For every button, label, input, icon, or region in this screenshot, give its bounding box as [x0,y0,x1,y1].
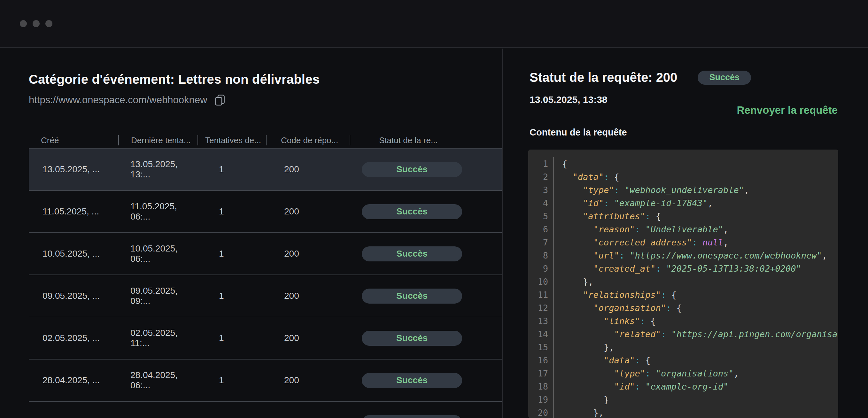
code-line: 6 "reason": "Undeliverable", [528,223,838,236]
window-menu-dot-2[interactable] [33,20,40,27]
table-row[interactable]: 02.05.2025, ...02.05.2025, 11:...1200Suc… [29,317,502,359]
cell-created: 10.05.2025, ... [29,249,118,259]
code-line-text: { [554,157,567,170]
code-line-text: "data": { [554,354,650,367]
webhook-url: https://www.onespace.com/webhooknew [29,94,207,106]
webhook-url-row: https://www.onespace.com/webhooknew [29,92,226,108]
request-payload-code[interactable]: 1{2 "data": {3 "type": "webhook_undelive… [528,150,838,418]
code-line: 9 "created_at": "2025-05-13T13:38:02+020… [528,262,838,275]
page-title: Catégorie d'événement: Lettres non déliv… [29,72,319,87]
row-status-badge: Succès [362,415,462,418]
request-status-title: Statut de la requête: 200 [530,70,677,85]
line-number: 18 [528,380,554,393]
copy-icon[interactable] [214,94,226,108]
line-number: 10 [528,275,554,288]
line-number: 13 [528,315,554,327]
panel-divider [502,49,503,418]
table-row[interactable]: 28.04.2025, ...28.04.2025, 06:...1200Suc… [29,359,502,402]
code-line-text: "id": "example-id-17843", [554,196,713,210]
code-line: 16 "data": { [528,354,838,367]
cell-created: 09.05.2025, ... [29,291,118,301]
code-line: 2 "data": { [528,170,838,184]
cell-status: Succès [350,373,502,388]
window-menu-dot-3[interactable] [45,20,53,27]
line-number: 9 [528,262,554,275]
row-status-badge: Succès [362,289,462,303]
code-line: 4 "id": "example-id-17843", [528,196,838,210]
line-number: 15 [528,341,554,354]
cell-last-attempt: 10.05.2025, 06:... [118,244,197,264]
cell-attempts: 1 [197,206,266,217]
line-number: 7 [528,236,554,249]
cell-response-code: 200 [266,291,350,301]
cell-response-code: 200 [266,206,350,217]
row-status-badge: Succès [362,247,462,261]
code-line: 3 "type": "webhook_undeliverable", [528,184,838,196]
row-status-badge: Succès [362,162,462,177]
cell-attempts: 1 [197,164,266,174]
line-number: 4 [528,196,554,210]
table-row[interactable]: 13.05.2025, ...13.05.2025, 13:...1200Suc… [29,149,502,191]
events-table-body: 13.05.2025, ...13.05.2025, 13:...1200Suc… [29,149,502,418]
code-line: 20 }, [528,406,838,418]
resend-request-link[interactable]: Renvoyer la requête [737,104,838,116]
table-row[interactable]: Succès [29,402,502,418]
events-table: Créé Dernière tenta... Tentatives de... … [29,133,502,418]
code-line-text: "reason": "Undeliverable", [554,223,728,236]
line-number: 14 [528,327,554,341]
window-titlebar [0,0,868,48]
cell-created: 02.05.2025, ... [29,333,118,343]
column-header-last-attempt[interactable]: Dernière tenta... [118,135,197,146]
code-line-text: }, [554,406,604,418]
code-line-text: "type": "organisations", [554,367,739,380]
cell-created: 28.04.2025, ... [29,375,118,385]
cell-last-attempt: 28.04.2025, 06:... [118,370,197,390]
cell-attempts: 1 [197,375,266,385]
cell-attempts: 1 [197,249,266,259]
line-number: 11 [528,288,554,301]
code-line-text: "created_at": "2025-05-13T13:38:02+0200" [554,262,801,275]
cell-status: Succès [350,331,502,346]
cell-attempts: 1 [197,291,266,301]
cell-response-code: 200 [266,333,350,343]
column-header-created[interactable]: Créé [29,135,118,146]
code-line: 14 "related": "https://api.pingen.com/or… [528,327,838,341]
column-header-request-status[interactable]: Statut de la re... [350,135,502,146]
column-header-attempts[interactable]: Tentatives de... [197,135,266,146]
cell-last-attempt: 11.05.2025, 06:... [118,201,197,222]
code-line: 18 "id": "example-org-id" [528,380,838,393]
code-line: 19 } [528,393,838,406]
cell-response-code: 200 [266,375,350,385]
cell-status: Succès [350,162,502,177]
code-line-text: "attributes": { [554,210,661,223]
column-header-response-code[interactable]: Code de répo... [266,135,350,146]
code-line-text: "id": "example-org-id" [554,380,728,393]
line-number: 20 [528,406,554,418]
table-row[interactable]: 09.05.2025, ...09.05.2025, 09:...1200Suc… [29,275,502,317]
table-row[interactable]: 11.05.2025, ...11.05.2025, 06:...1200Suc… [29,191,502,233]
line-number: 2 [528,170,554,184]
cell-last-attempt: 13.05.2025, 13:... [118,159,197,180]
code-line: 15 }, [528,341,838,354]
code-line-text: "links": { [554,315,656,327]
cell-status: Succès [350,247,502,261]
cell-created: 13.05.2025, ... [29,164,118,174]
code-line: 12 "organisation": { [528,301,838,315]
cell-created: 11.05.2025, ... [29,206,118,217]
row-status-badge: Succès [362,204,462,219]
table-row[interactable]: 10.05.2025, ...10.05.2025, 06:...1200Suc… [29,233,502,275]
code-line: 1{ [528,157,838,170]
app-window: Catégorie d'événement: Lettres non déliv… [0,0,868,418]
code-line-text: "data": { [554,170,619,184]
cell-response-code: 200 [266,249,350,259]
window-menu-dot-1[interactable] [20,20,27,27]
code-line-text: "type": "webhook_undeliverable", [554,184,749,196]
line-number: 19 [528,393,554,406]
code-line: 5 "attributes": { [528,210,838,223]
code-line-text: "relationships": { [554,288,677,301]
request-status-row: Statut de la requête: 200 Succès [530,70,751,85]
request-status-badge: Succès [698,71,751,85]
code-line-text: "corrected_address": null, [554,236,728,249]
code-line-text: }, [554,275,593,288]
code-line-text: }, [554,341,614,354]
